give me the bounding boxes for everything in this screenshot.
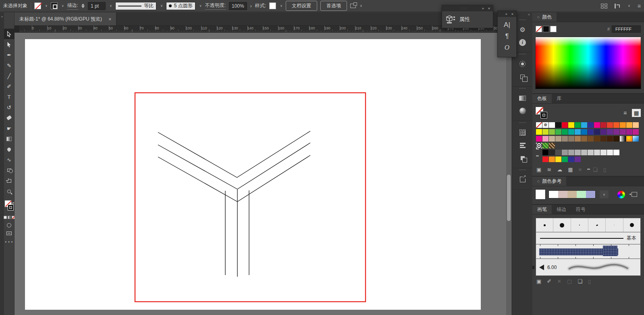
swatch[interactable] [588, 129, 594, 135]
stroke-profile-field[interactable]: 等比 [115, 2, 156, 10]
swatch[interactable] [568, 122, 574, 128]
drawing-mode-icon[interactable] [7, 223, 11, 227]
swatch[interactable] [536, 136, 542, 142]
swatch-options-icon[interactable]: ≡ [579, 167, 582, 173]
fill-dropdown-icon[interactable]: ∨ [45, 4, 48, 8]
panel-collapse-icon[interactable]: » [505, 12, 507, 16]
swatch[interactable] [549, 150, 555, 155]
style-dropdown-icon[interactable]: ∨ [280, 4, 283, 8]
swatch[interactable] [633, 129, 639, 135]
stroke-black-swatch[interactable] [543, 26, 549, 32]
fill-stroke-indicator[interactable] [536, 107, 548, 119]
swatch[interactable] [575, 122, 581, 128]
screen-mode-icon[interactable] [6, 232, 12, 235]
line-segment-tool[interactable]: ╱ [4, 71, 15, 81]
align-icon[interactable] [513, 139, 532, 152]
gradient-panel-icon[interactable] [513, 92, 532, 104]
swatch[interactable] [555, 122, 561, 128]
paintbrush-tool[interactable]: ✐ [4, 81, 15, 92]
eyedropper-tool[interactable] [4, 144, 15, 154]
shape-tool[interactable] [4, 165, 15, 175]
swatch[interactable] [613, 150, 619, 155]
harmony-dropdown-icon[interactable]: ∨ [600, 190, 609, 198]
vertical-scrollbar[interactable] [506, 33, 511, 315]
transform-icon[interactable] [513, 126, 532, 139]
swatch[interactable] [568, 136, 574, 142]
swatch[interactable] [626, 129, 632, 135]
calligraphic-brush[interactable] [588, 218, 606, 232]
dock-grip[interactable] [513, 87, 532, 90]
panel-close-icon[interactable]: × [511, 12, 513, 16]
swatch[interactable] [555, 136, 561, 142]
swatch[interactable] [575, 156, 581, 162]
swatch[interactable] [594, 122, 600, 128]
brush-dropdown-icon[interactable]: ∨ [199, 4, 202, 8]
tile-documents-icon[interactable] [601, 4, 607, 8]
swatch[interactable] [626, 122, 632, 128]
harmony-color[interactable] [549, 191, 558, 198]
stroke-color-swatch[interactable] [51, 2, 58, 9]
swatch[interactable] [568, 129, 574, 135]
swatch[interactable] [555, 156, 561, 162]
swatch[interactable] [607, 150, 613, 155]
new-swatch-icon[interactable]: ❏ [593, 167, 598, 173]
grid-view-icon[interactable]: ▦ [632, 109, 641, 117]
add-from-cc-icon[interactable]: ☁ [557, 167, 562, 173]
calligraphic-brush-row[interactable] [536, 218, 641, 232]
workspace-switcher-icon[interactable] [615, 4, 620, 8]
opacity-field[interactable]: 100% [229, 2, 247, 10]
character-panel-icon[interactable]: A| [504, 21, 510, 29]
properties-floating-panel[interactable]: :::::: » × 属性 [442, 5, 493, 28]
direct-selection-tool[interactable] [4, 39, 15, 50]
swatch[interactable] [555, 129, 561, 135]
export-icon[interactable] [513, 173, 532, 186]
fill-stroke-control[interactable]: ⇄ [4, 200, 15, 213]
stroke-weight-label[interactable]: 描边: [67, 2, 78, 10]
panel-drag-dots[interactable]: :::::: [460, 7, 467, 10]
swatch[interactable] [562, 122, 568, 128]
profile-dropdown-icon[interactable]: ∨ [160, 4, 163, 8]
swatch[interactable] [581, 122, 587, 128]
paragraph-panel-icon[interactable]: ¶ [505, 33, 509, 40]
calligraphic-brush[interactable] [571, 218, 588, 232]
swatch[interactable] [620, 136, 626, 142]
swatch[interactable] [600, 150, 607, 155]
zoom-tool[interactable] [4, 186, 15, 196]
calligraphic-brush[interactable] [606, 218, 623, 232]
swatch[interactable] [588, 136, 594, 142]
workspace-dropdown-icon[interactable]: ∨ [628, 4, 630, 8]
swatch[interactable] [549, 122, 555, 128]
swatch[interactable] [581, 129, 587, 135]
swatch[interactable] [581, 136, 587, 142]
swatch[interactable] [588, 122, 594, 128]
calligraphic-brush[interactable] [623, 218, 640, 232]
eraser-tool[interactable] [4, 113, 15, 123]
brush-libraries-icon[interactable]: ▣ [536, 278, 541, 284]
panel-collapse-icon[interactable]: » [482, 6, 484, 10]
stroke-swatch-black[interactable] [8, 204, 14, 211]
type-tool[interactable]: T [4, 92, 15, 102]
edit-colors-wheel-icon[interactable] [617, 191, 625, 198]
document-setup-button[interactable]: 文档设置 [286, 1, 317, 11]
swatch[interactable] [549, 156, 555, 162]
rotate-tool[interactable]: ↺ [4, 102, 15, 113]
harmony-color[interactable] [567, 191, 577, 198]
curvature-tool[interactable]: ✎ [4, 60, 15, 71]
swatch[interactable] [613, 136, 619, 142]
swatch-overlap-icon[interactable] [513, 70, 532, 83]
swatch[interactable] [626, 136, 632, 142]
brush-definition-field[interactable]: 5 点圆形 [166, 2, 195, 10]
swatch[interactable] [607, 122, 613, 128]
swatch[interactable] [575, 129, 581, 135]
stroke-weight-dropdown-icon[interactable]: ∨ [110, 4, 112, 8]
color-group-folder-icon[interactable] [536, 156, 542, 162]
swatch[interactable] [568, 150, 574, 155]
type-floating-panel[interactable]: » × A| ¶ O [497, 10, 517, 57]
opacity-expand-icon[interactable]: › [250, 3, 252, 9]
libraries-panel-icon[interactable]: ✐ [547, 278, 551, 284]
swatch[interactable] [620, 122, 626, 128]
selection-tool[interactable] [4, 29, 15, 39]
art-brush-row[interactable]: 6.00 [536, 259, 641, 276]
swatch-libraries-icon[interactable]: ▣ [536, 167, 541, 173]
current-white-swatch[interactable] [550, 26, 557, 32]
